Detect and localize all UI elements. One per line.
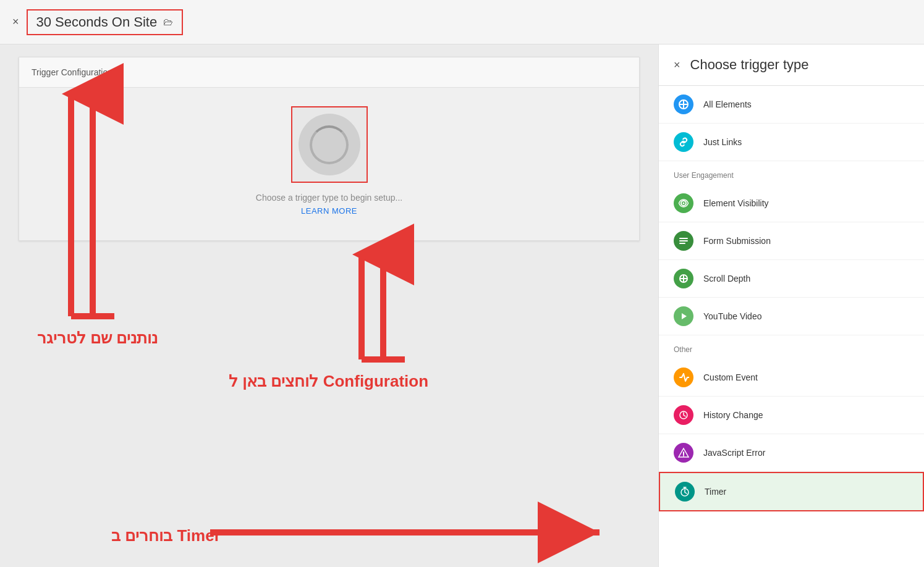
- custom-event-icon: [674, 368, 693, 387]
- trigger-config-card: Trigger Configuration Choose a trigger t…: [19, 57, 640, 241]
- right-panel-header: × Choose trigger type: [659, 44, 924, 86]
- javascript-error-icon: [674, 443, 693, 463]
- all-elements-icon: [674, 94, 693, 114]
- scroll-depth-label: Scroll Depth: [703, 274, 750, 284]
- top-bar-close-icon[interactable]: ×: [12, 15, 19, 28]
- page-title: 30 Seconds On Site: [36, 14, 158, 30]
- youtube-video-icon: [674, 306, 693, 326]
- trigger-item-element-visibility[interactable]: Element Visibility: [659, 185, 924, 222]
- annotation-choose-timer: בוחרים ב Timer: [111, 526, 221, 545]
- history-change-label: History Change: [703, 410, 763, 420]
- all-elements-label: All Elements: [703, 99, 752, 109]
- trigger-config-header: Trigger Configuration: [19, 57, 639, 88]
- trigger-item-custom-event[interactable]: Custom Event: [659, 359, 924, 397]
- trigger-icon-box: [291, 106, 368, 183]
- top-bar-title-box: 30 Seconds On Site 🗁: [27, 9, 184, 35]
- trigger-item-form-submission[interactable]: Form Submission: [659, 222, 924, 260]
- center-panel: Trigger Configuration Choose a trigger t…: [0, 44, 658, 567]
- learn-more-link[interactable]: LEARN MORE: [301, 206, 357, 216]
- timer-icon: [675, 482, 695, 502]
- user-engagement-section-label: User Engagement: [659, 161, 924, 185]
- folder-icon[interactable]: 🗁: [163, 17, 173, 28]
- trigger-item-history-change[interactable]: History Change: [659, 397, 924, 434]
- svg-marker-20: [682, 313, 687, 319]
- timer-label: Timer: [705, 487, 726, 497]
- svg-point-13: [683, 203, 685, 204]
- svg-rect-15: [679, 240, 688, 242]
- just-links-icon: [674, 132, 693, 152]
- custom-event-label: Custom Event: [703, 372, 758, 382]
- trigger-item-all-elements[interactable]: All Elements: [659, 86, 924, 124]
- svg-point-24: [683, 455, 684, 456]
- trigger-type-list: All Elements Just Links User Engagement: [659, 86, 924, 511]
- trigger-spinner-icon: [299, 114, 360, 175]
- trigger-item-javascript-error[interactable]: JavaScript Error: [659, 434, 924, 472]
- form-submission-icon: [674, 231, 693, 251]
- trigger-item-timer[interactable]: Timer: [659, 472, 924, 511]
- scroll-depth-icon: [674, 269, 693, 288]
- javascript-error-label: JavaScript Error: [703, 448, 765, 458]
- trigger-item-youtube-video[interactable]: YouTube Video: [659, 298, 924, 335]
- trigger-config-body: Choose a trigger type to begin setup... …: [19, 88, 639, 240]
- just-links-label: Just Links: [703, 137, 742, 147]
- element-visibility-label: Element Visibility: [703, 198, 769, 208]
- element-visibility-icon: [674, 193, 693, 213]
- youtube-video-label: YouTube Video: [703, 311, 761, 321]
- top-bar: × 30 Seconds On Site 🗁: [0, 0, 924, 44]
- trigger-item-just-links[interactable]: Just Links: [659, 124, 924, 161]
- main-area: Trigger Configuration Choose a trigger t…: [0, 44, 924, 567]
- form-submission-label: Form Submission: [703, 236, 771, 246]
- trigger-choose-text: Choose a trigger type to begin setup...: [256, 193, 402, 203]
- trigger-item-scroll-depth[interactable]: Scroll Depth: [659, 260, 924, 298]
- annotation-give-name: נותנים שם לטריגר: [37, 329, 158, 348]
- right-panel-title: Choose trigger type: [690, 57, 809, 73]
- svg-rect-16: [679, 243, 685, 244]
- right-panel: × Choose trigger type All Elements: [658, 44, 924, 567]
- trigger-config-label: Trigger Configuration: [32, 67, 112, 77]
- right-panel-close-icon[interactable]: ×: [674, 59, 680, 72]
- annotation-click-config: לוחצים באן ל Configuration: [229, 372, 428, 391]
- other-section-label: Other: [659, 335, 924, 359]
- svg-rect-14: [679, 238, 688, 239]
- history-change-icon: [674, 405, 693, 425]
